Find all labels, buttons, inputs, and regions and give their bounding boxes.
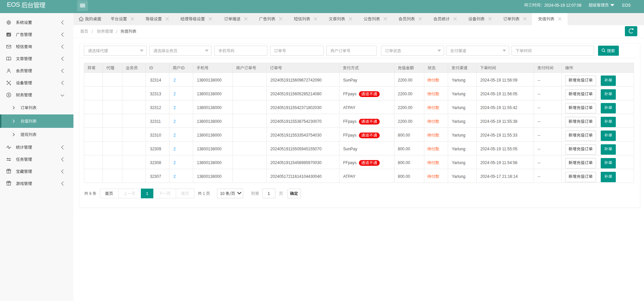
svg-text:$: $ [8, 93, 9, 97]
